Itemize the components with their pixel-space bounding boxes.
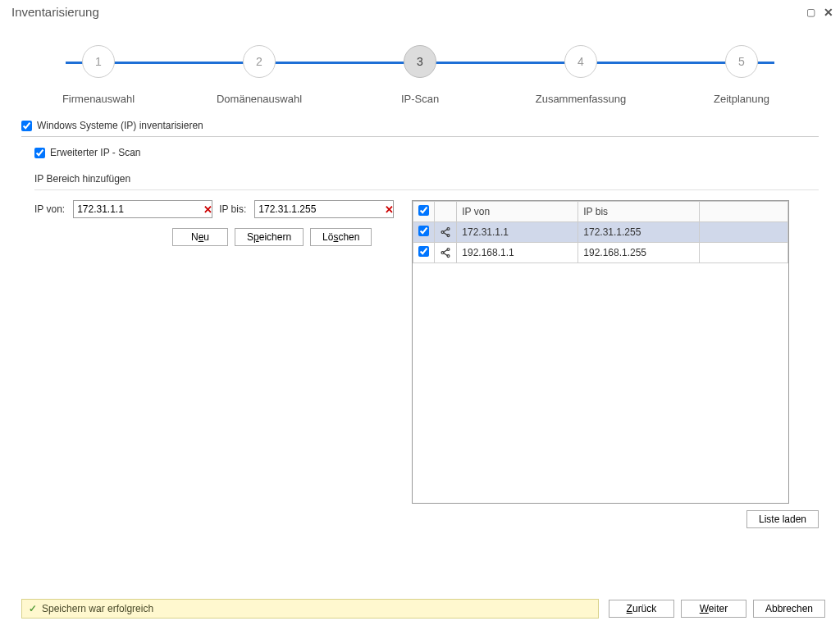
step-number: 3: [404, 45, 436, 78]
table-row[interactable]: 172.31.1.1172.31.1.255: [413, 222, 788, 243]
step-5[interactable]: 5 Zeitplanung: [692, 45, 791, 105]
next-button[interactable]: Weiter: [681, 600, 746, 618]
checkbox-extended-scan[interactable]: [34, 148, 45, 158]
clear-ip-to-icon[interactable]: ✕: [385, 202, 394, 217]
step-label: Zeitplanung: [714, 93, 769, 105]
ip-range-table: IP von IP bis 172.31.1.1172.31.1.255192.…: [412, 200, 789, 504]
ip-from-label: IP von:: [34, 203, 65, 215]
row-extra: [700, 243, 788, 263]
step-label: Domänenauswahl: [217, 93, 302, 105]
row-ip-from: 192.168.1.1: [457, 243, 578, 263]
row-checkbox[interactable]: [418, 226, 429, 236]
delete-button[interactable]: Löschen: [310, 228, 372, 246]
status-bar: ✓ Speichern war erfolgreich: [21, 599, 599, 619]
table-header-ipto[interactable]: IP bis: [578, 202, 700, 222]
ip-from-input[interactable]: [74, 201, 203, 217]
checkbox-extended-scan-label: Erweiterter IP - Scan: [50, 147, 140, 158]
load-list-button[interactable]: Liste laden: [746, 510, 819, 528]
table-header-ipfrom[interactable]: IP von: [457, 202, 578, 222]
save-button[interactable]: Speichern: [235, 228, 304, 246]
status-message: Speichern war erfolgreich: [42, 603, 153, 614]
step-number: 2: [243, 45, 276, 78]
cancel-button[interactable]: Abbrechen: [753, 600, 825, 618]
step-label: Firmenauswahl: [62, 93, 135, 105]
step-number: 5: [725, 45, 758, 78]
back-button[interactable]: Zurück: [609, 600, 674, 618]
step-4[interactable]: 4 Zusammenfassung: [532, 45, 630, 105]
row-ip-from: 172.31.1.1: [457, 222, 578, 243]
ip-to-input[interactable]: [255, 201, 385, 217]
close-icon[interactable]: ✕: [824, 6, 833, 19]
clear-ip-from-icon[interactable]: ✕: [203, 202, 212, 217]
table-header-extra: [700, 202, 788, 222]
share-icon[interactable]: [440, 247, 451, 258]
maximize-icon[interactable]: ▢: [806, 7, 815, 18]
row-checkbox[interactable]: [418, 246, 429, 257]
share-icon[interactable]: [440, 226, 451, 238]
header-checkbox[interactable]: [418, 205, 429, 216]
svg-line-9: [444, 253, 448, 256]
checkbox-inventory-windows-label: Windows Systeme (IP) inventarisieren: [37, 120, 203, 131]
row-ip-to: 172.31.1.255: [578, 222, 700, 243]
table-header-check[interactable]: [413, 202, 435, 222]
step-2[interactable]: 2 Domänenauswahl: [210, 45, 308, 105]
checkbox-inventory-windows[interactable]: [21, 121, 32, 131]
step-number: 4: [564, 45, 597, 78]
step-1[interactable]: 1 Firmenauswahl: [49, 45, 148, 105]
svg-line-4: [444, 233, 448, 235]
check-icon: ✓: [29, 603, 37, 614]
step-label: IP-Scan: [401, 93, 439, 105]
ip-to-label: IP bis:: [219, 203, 246, 215]
new-button[interactable]: Neu: [172, 228, 228, 246]
svg-line-8: [444, 250, 448, 253]
table-header-icon: [435, 202, 457, 222]
wizard-steps: 1 Firmenauswahl 2 Domänenauswahl 3 IP-Sc…: [0, 21, 840, 105]
svg-line-3: [444, 230, 448, 232]
step-label: Zusammenfassung: [536, 93, 627, 105]
step-3[interactable]: 3 IP-Scan: [371, 45, 469, 105]
window-title: Inventarisierung: [11, 5, 99, 19]
table-row[interactable]: 192.168.1.1192.168.1.255: [413, 243, 788, 263]
row-extra: [700, 222, 788, 243]
range-title: IP Bereich hinzufügen: [34, 173, 819, 185]
step-number: 1: [82, 45, 115, 78]
row-ip-to: 192.168.1.255: [578, 243, 700, 263]
